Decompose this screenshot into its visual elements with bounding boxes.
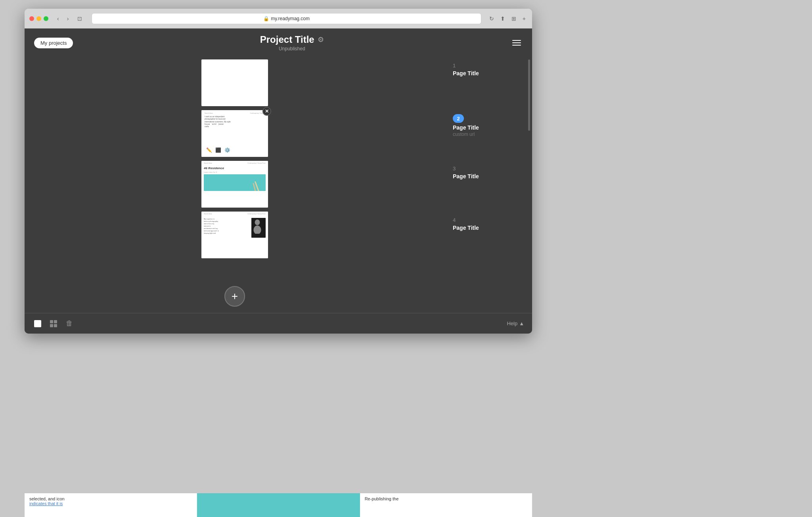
address-bar[interactable]: 🔒 my.readymag.com: [92, 13, 481, 24]
sidebar-page-url-2[interactable]: custom url: [453, 132, 524, 137]
page-3-header: Search Ideas Contemporary • Human Form: [201, 161, 268, 166]
list-item: Search Ideas Contemporary • Organic I wo…: [201, 110, 268, 157]
page-number-3: 3: [453, 166, 524, 172]
sidebar-toggle-button[interactable]: ⊡: [74, 14, 85, 23]
reload-button[interactable]: ↻: [488, 14, 496, 23]
sidebar-page-item-1: 1 Page Title: [453, 59, 524, 111]
project-title: Project Title: [260, 34, 314, 45]
strip-left: selected, and icon indicates that it is: [25, 493, 197, 517]
sidebar-page-title-4[interactable]: Page Title: [453, 225, 524, 231]
strip-left-text: selected, and icon: [29, 496, 65, 501]
page-number-badge-2: 2: [453, 114, 464, 123]
sidebar-page-title-2[interactable]: Page Title: [453, 124, 524, 131]
svg-point-0: [255, 219, 260, 225]
page-number-4: 4: [453, 217, 524, 223]
duplicate-button[interactable]: ⊞: [510, 14, 518, 23]
page-3-title: 46 Residence: [201, 166, 268, 172]
page-3-header-left: Search Ideas: [204, 162, 212, 164]
pencil-icon[interactable]: ✏️: [206, 147, 212, 153]
single-view-icon: [34, 320, 41, 327]
page-1-content: [201, 59, 268, 106]
main-area: Search Ideas Contemporary • Organic I wo…: [25, 55, 532, 313]
page-number-1: 1: [453, 63, 524, 69]
sidebar-page-title-3[interactable]: Page Title: [453, 173, 524, 179]
share-button[interactable]: ⬆: [499, 14, 507, 23]
sidebar-page-item-4: 4 Page Title: [453, 214, 524, 265]
page-3-thumbnail[interactable]: Search Ideas Contemporary • Human Form 4…: [201, 161, 268, 208]
back-button[interactable]: ‹: [55, 14, 61, 23]
page-4-thumbnail[interactable]: Search Ideas Contemporary • Human Form M…: [201, 212, 268, 258]
strip-middle: [197, 493, 360, 517]
page-2-header: Search Ideas Contemporary • Organic: [205, 113, 265, 114]
page-2-body: I work as an independent photographer fo…: [205, 116, 265, 128]
sidebar-page-item-2: 2 Page Title custom url: [453, 111, 524, 162]
new-tab-button[interactable]: +: [521, 14, 527, 23]
url-text: my.readymag.com: [271, 16, 310, 21]
unpublished-status: Unpublished: [260, 46, 324, 52]
lock-icon: 🔒: [263, 16, 269, 21]
list-item: [201, 59, 268, 106]
page-2-content: Search Ideas Contemporary • Organic I wo…: [201, 110, 268, 157]
scrollbar-track[interactable]: [528, 59, 530, 309]
page-3-content: Search Ideas Contemporary • Human Form 4…: [201, 161, 268, 208]
forward-button[interactable]: ›: [65, 14, 71, 23]
page-4-header: Search Ideas Contemporary • Human Form: [201, 212, 268, 216]
hamburger-line-3: [512, 45, 521, 46]
sidebar-page-item-3: 3 Page Title: [453, 162, 524, 214]
portrait-svg: [251, 218, 263, 234]
page-3-header-right: Contemporary • Human Form: [247, 162, 266, 164]
my-projects-button[interactable]: My projects: [34, 38, 73, 48]
project-title-area: Project Title ⚙ Unpublished: [260, 34, 324, 52]
hamburger-line-1: [512, 40, 521, 41]
page-4-body: My expertise in fashion photography stem…: [201, 216, 268, 239]
page-4-header-right: Contemporary • Human Form: [247, 213, 266, 215]
page-3-meta: Location: Lisbon, Dec '21: [201, 172, 268, 174]
page-4-header-left: Search Ideas: [204, 213, 212, 215]
strip-right-text: Re-publishing the: [365, 496, 399, 501]
bottom-toolbar: 🗑 Help ▲: [25, 313, 532, 334]
app-content: My projects Project Title ⚙ Unpublished: [25, 29, 532, 334]
help-label: Help: [507, 321, 517, 326]
grid-view-icon: [50, 320, 57, 327]
add-page-button[interactable]: +: [224, 286, 245, 307]
page-2-editing-toolbar: ✏️ ⬛ ⚙️: [206, 147, 230, 153]
browser-titlebar: ‹ › ⊡ 🔒 my.readymag.com ↻ ⬆ ⊞ +: [25, 9, 532, 29]
svg-point-1: [253, 225, 261, 234]
project-settings-icon[interactable]: ⚙: [318, 35, 324, 44]
minimize-traffic-light[interactable]: [36, 16, 41, 21]
trash-icon: 🗑: [66, 319, 73, 327]
hamburger-menu-button[interactable]: [511, 38, 523, 47]
traffic-lights: [29, 16, 48, 21]
project-title-row: Project Title ⚙: [260, 34, 324, 45]
grid-view-button[interactable]: [48, 319, 59, 329]
add-page-button-area: +: [224, 286, 245, 307]
list-item: Search Ideas Contemporary • Human Form M…: [201, 212, 268, 258]
strip-left-link[interactable]: indicates that it is: [29, 501, 63, 506]
maximize-traffic-light[interactable]: [44, 16, 48, 21]
strip-right: Re-publishing the: [360, 493, 532, 517]
page-4-portrait: [251, 218, 266, 238]
help-button[interactable]: Help ▲: [507, 321, 524, 326]
single-view-button[interactable]: [33, 319, 43, 329]
scrollbar-thumb: [528, 59, 530, 131]
browser-toolbar-right: ↻ ⬆ ⊞ +: [488, 14, 527, 23]
layers-icon[interactable]: ⬛: [215, 147, 221, 153]
app-header: My projects Project Title ⚙ Unpublished: [25, 29, 532, 55]
hamburger-line-2: [512, 42, 521, 43]
sidebar-page-title-1[interactable]: Page Title: [453, 70, 524, 76]
gear-icon[interactable]: ⚙️: [224, 147, 230, 153]
page-2-thumbnail[interactable]: Search Ideas Contemporary • Organic I wo…: [201, 110, 268, 157]
page-4-text: My expertise in fashion photography stem…: [204, 218, 250, 238]
help-arrow-icon: ▲: [519, 321, 524, 326]
browser-window: ‹ › ⊡ 🔒 my.readymag.com ↻ ⬆ ⊞ + My proje…: [25, 9, 532, 334]
pages-list[interactable]: Search Ideas Contemporary • Organic I wo…: [25, 55, 445, 313]
close-page-button[interactable]: ✕: [262, 107, 271, 116]
page-1-thumbnail[interactable]: [201, 59, 268, 106]
page-2-header-left: Search Ideas: [205, 113, 213, 114]
bottom-strip: selected, and icon indicates that it is …: [25, 493, 532, 517]
close-traffic-light[interactable]: [29, 16, 34, 21]
trash-button[interactable]: 🗑: [64, 318, 75, 329]
list-item: Search Ideas Contemporary • Human Form 4…: [201, 161, 268, 208]
page-3-image: [204, 174, 266, 191]
bottom-toolbar-left: 🗑: [33, 318, 75, 329]
